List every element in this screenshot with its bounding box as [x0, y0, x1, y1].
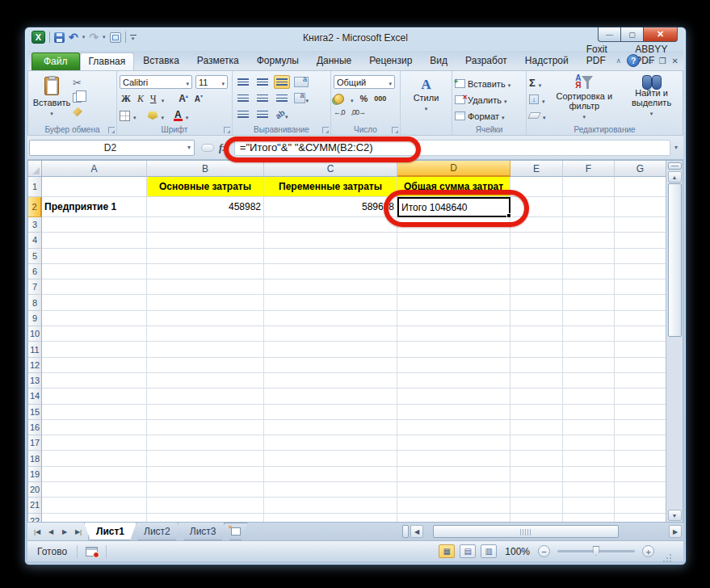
comma-style-button[interactable]: 000 [374, 94, 386, 103]
next-sheet-icon[interactable]: ▶ [58, 525, 71, 538]
cell-F11[interactable] [563, 342, 615, 357]
view-normal-button[interactable]: ▦ [439, 544, 455, 558]
orientation-button[interactable]: ab [274, 107, 290, 121]
fill-button[interactable]: ↓ [529, 92, 546, 107]
cell-B19[interactable] [147, 467, 264, 482]
tab-formulas[interactable]: Формулы [248, 52, 308, 70]
format-painter-icon[interactable] [73, 106, 87, 118]
cell-B18[interactable] [147, 451, 264, 466]
cell-G4[interactable] [615, 233, 666, 248]
row-header-1[interactable]: 1 [28, 177, 42, 197]
cell-G16[interactable] [615, 420, 666, 435]
tab-home[interactable]: Главная [80, 52, 135, 70]
merge-center-button[interactable] [293, 91, 309, 105]
cell-A19[interactable] [42, 467, 147, 482]
workbook-close-icon[interactable]: ✕ [672, 57, 678, 65]
dialog-launcher-icon[interactable] [224, 127, 230, 133]
column-header-E[interactable]: E [510, 161, 563, 177]
increase-decimal-icon[interactable]: ←,0 [334, 108, 345, 116]
cell-B9[interactable] [147, 311, 264, 326]
cell-B1[interactable]: Основные затраты [147, 177, 264, 197]
tab-developer[interactable]: Разработ [456, 52, 516, 70]
row-header-21[interactable]: 21 [28, 498, 42, 513]
cell-C2[interactable]: 589658 [264, 197, 397, 217]
cell-B2[interactable]: 458982 [147, 197, 264, 217]
cell-E19[interactable] [510, 467, 563, 482]
cell-E6[interactable] [510, 264, 563, 279]
row-header-3[interactable]: 3 [28, 217, 42, 233]
cell-C16[interactable] [264, 420, 397, 435]
align-middle-button[interactable] [254, 75, 271, 89]
cell-D20[interactable] [397, 482, 510, 498]
cell-A21[interactable] [42, 498, 147, 513]
decrease-decimal-icon[interactable]: ,00→ [351, 108, 366, 116]
cell-G6[interactable] [615, 264, 666, 279]
dialog-launcher-icon[interactable] [108, 127, 115, 133]
find-select-button[interactable]: Найти и выделить [623, 74, 680, 123]
cell-G9[interactable] [615, 311, 666, 326]
cell-E22[interactable] [510, 514, 563, 523]
cell-E15[interactable] [510, 405, 563, 420]
cell-B12[interactable] [147, 358, 264, 373]
cell-C10[interactable] [264, 326, 397, 342]
cell-E7[interactable] [510, 279, 563, 295]
cell-G2[interactable] [615, 197, 666, 217]
row-header-11[interactable]: 11 [28, 342, 42, 357]
column-header-D[interactable]: D [397, 161, 510, 177]
cell-B6[interactable] [147, 264, 264, 279]
font-color-icon[interactable]: А [174, 111, 183, 121]
cell-D21[interactable] [397, 498, 510, 513]
cell-F9[interactable] [563, 311, 615, 326]
underline-button[interactable]: Ч [149, 93, 158, 105]
cell-F19[interactable] [563, 467, 615, 482]
cell-C4[interactable] [264, 233, 397, 248]
wrap-text-button[interactable] [293, 75, 309, 89]
shrink-font-button[interactable]: A [193, 93, 204, 104]
row-header-16[interactable]: 16 [28, 420, 42, 435]
insert-cells-button[interactable]: Вставить [455, 77, 523, 90]
formula-input[interactable]: ="Итого"&" "&СУММ(B2:C2) [234, 140, 670, 156]
view-page-layout-button[interactable]: ▤ [460, 544, 476, 558]
cell-D3[interactable] [397, 217, 510, 233]
cell-G20[interactable] [615, 482, 666, 498]
prev-sheet-icon[interactable]: ◀ [44, 525, 57, 538]
cell-F7[interactable] [563, 279, 615, 295]
cell-F5[interactable] [563, 249, 615, 264]
cell-D8[interactable] [397, 295, 510, 310]
cell-D1[interactable]: Общая сумма затрат [397, 177, 510, 197]
cell-E17[interactable] [510, 435, 563, 451]
cell-B3[interactable] [147, 217, 264, 233]
insert-sheet-button[interactable] [224, 523, 248, 540]
cell-E21[interactable] [510, 498, 563, 513]
cell-A17[interactable] [42, 435, 147, 451]
cell-A7[interactable] [42, 279, 147, 295]
fill-color-icon[interactable] [148, 111, 158, 120]
column-header-F[interactable]: F [563, 161, 615, 177]
borders-icon[interactable] [120, 111, 130, 121]
cell-E2[interactable] [510, 197, 563, 217]
cell-D10[interactable] [397, 326, 510, 342]
select-all-corner[interactable] [28, 161, 42, 177]
split-handle[interactable] [402, 525, 409, 538]
align-right-button[interactable] [274, 91, 290, 105]
cell-A16[interactable] [42, 420, 147, 435]
cell-E4[interactable] [510, 233, 563, 248]
scroll-up-icon[interactable]: ▲ [668, 171, 682, 183]
cell-D13[interactable] [397, 373, 510, 388]
row-header-10[interactable]: 10 [28, 326, 42, 342]
row-header-17[interactable]: 17 [28, 435, 42, 451]
cell-F6[interactable] [563, 264, 615, 279]
column-header-C[interactable]: C [264, 161, 397, 177]
collapse-ribbon-icon[interactable]: ∧ [616, 57, 622, 65]
font-name-combo[interactable]: Calibri [120, 75, 192, 89]
cell-G10[interactable] [615, 326, 666, 342]
cell-A6[interactable] [42, 264, 147, 279]
sheet-tab-list3[interactable]: Лист3 [178, 523, 229, 540]
row-header-12[interactable]: 12 [28, 358, 42, 373]
cell-E11[interactable] [510, 342, 563, 357]
dialog-launcher-icon[interactable] [392, 127, 398, 133]
cell-D14[interactable] [397, 388, 510, 404]
cell-B4[interactable] [147, 233, 264, 248]
clear-button[interactable] [529, 108, 546, 123]
cell-F22[interactable] [563, 514, 615, 523]
